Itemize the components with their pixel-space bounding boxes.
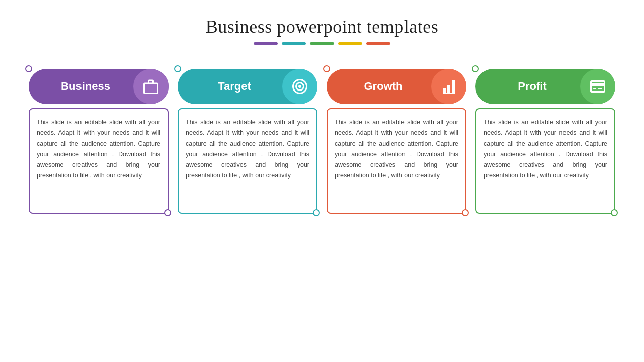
svg-rect-6 xyxy=(598,88,602,89)
color-bar-teal xyxy=(282,42,306,45)
svg-point-4 xyxy=(299,85,301,88)
card-target-label: Target xyxy=(178,69,282,104)
card-business-label: Business xyxy=(29,69,133,104)
card-profit: Profit This slide is an editable slide w… xyxy=(475,69,615,214)
card-target: Target This slide is an editable slide w… xyxy=(178,69,317,214)
cards-container: Business This slide is an editable slide… xyxy=(0,69,644,214)
svg-rect-5 xyxy=(593,88,596,89)
card-business-icon xyxy=(133,69,169,104)
card-growth-icon xyxy=(431,69,466,104)
color-bar-purple xyxy=(254,42,278,45)
card-business-dot-top xyxy=(25,65,32,72)
color-bar-green xyxy=(310,42,334,45)
card-profit-body: This slide is an editable slide with all… xyxy=(484,117,607,182)
color-bar-yellow xyxy=(338,42,362,45)
card-profit-dot-bottom xyxy=(611,209,618,216)
card-growth-dot-bottom xyxy=(462,209,469,216)
card-profit-icon xyxy=(580,69,615,104)
card-business-dot-bottom xyxy=(164,209,171,216)
color-bar-orange xyxy=(366,42,390,45)
page-title: Business powerpoint templates xyxy=(206,16,438,37)
card-growth-body: This slide is an editable slide with all… xyxy=(335,117,458,182)
color-bars xyxy=(254,42,390,45)
card-growth-dot-top xyxy=(323,65,330,72)
card-growth-label: Growth xyxy=(327,69,431,104)
card-profit-dot-top xyxy=(472,65,479,72)
card-profit-label: Profit xyxy=(475,69,580,104)
card-target-dot-bottom xyxy=(313,209,320,216)
card-business: Business This slide is an editable slide… xyxy=(29,69,169,214)
card-target-body: This slide is an editable slide with all… xyxy=(186,117,309,182)
card-target-dot-top xyxy=(174,65,181,72)
card-target-icon xyxy=(282,69,317,104)
card-growth: Growth This slide is an editable slide w… xyxy=(327,69,466,214)
card-business-body: This slide is an editable slide with all… xyxy=(37,117,160,182)
